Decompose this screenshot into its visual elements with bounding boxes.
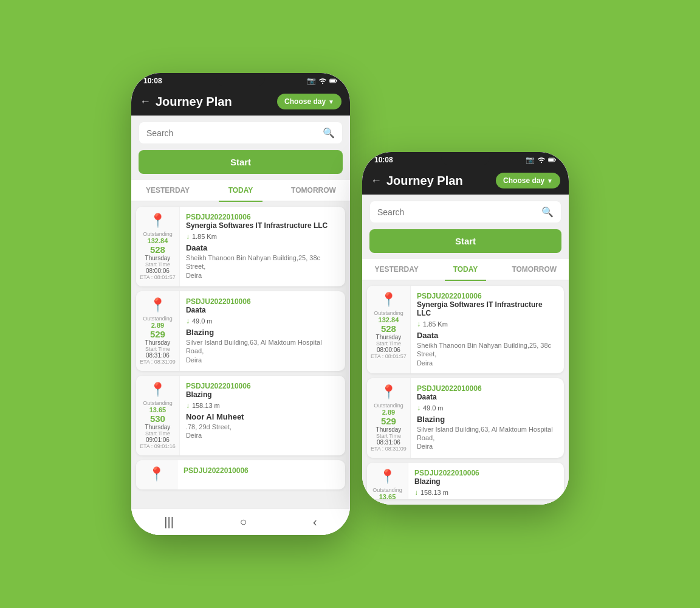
- start-btn-container-small: Start: [362, 229, 569, 259]
- outstanding-value-s2: 2.89: [382, 409, 395, 416]
- card-right-3-large: PSDJU2022010006 Blazing ↓ 158.13 m Noor …: [180, 376, 345, 455]
- tab-today-small[interactable]: TODAY: [431, 259, 499, 280]
- card-company-s3: Blazing: [414, 477, 558, 486]
- distance-row-s1: ↓ 1.85 Km: [417, 320, 558, 328]
- card-left-1-small: 📍 Outstanding 132.84 528 Thursday Start …: [367, 286, 411, 373]
- card-company-2: Daata: [186, 306, 339, 314]
- choose-day-label-large: Choose day: [284, 97, 326, 106]
- card-name-2: Blazing: [186, 328, 339, 337]
- journey-card-3-large[interactable]: 📍 Outstanding 13.65 530 Thursday Start T…: [136, 376, 345, 455]
- outstanding-value-s3: 13.65: [379, 493, 396, 499]
- journey-card-4-large[interactable]: 📍 PSDJU2022010006: [136, 460, 345, 489]
- distance-text-2: 49.0 m: [192, 317, 213, 325]
- page-title-large: Journey Plan: [156, 95, 232, 109]
- nav-bar-large: ← Journey Plan Choose day ▼: [131, 88, 350, 116]
- back-button-small[interactable]: ←: [371, 174, 382, 187]
- tab-tomorrow-large[interactable]: TOMORROW: [277, 180, 350, 201]
- svg-rect-2: [330, 80, 335, 83]
- battery-icon-small: [548, 156, 557, 164]
- svg-rect-4: [555, 159, 556, 161]
- location-pin-icon-s3: 📍: [379, 469, 396, 485]
- start-time-value-s2: 08:31:06: [377, 439, 400, 446]
- camera-icon-small: 📷: [526, 156, 535, 164]
- back-button-large[interactable]: ←: [140, 95, 151, 108]
- start-time-value-s1: 08:00:06: [377, 347, 400, 353]
- day-label-s1: Thursday: [376, 334, 402, 340]
- distance-row-3: ↓ 158.13 m: [186, 401, 339, 410]
- card-right-4-large: PSDJU2022010006: [177, 460, 345, 489]
- outstanding-value-2: 2.89: [151, 322, 164, 329]
- card-name-s1: Daata: [417, 331, 558, 340]
- search-bar-large: 🔍: [139, 122, 343, 144]
- menu-icon[interactable]: |||: [164, 515, 174, 529]
- outstanding-label-s1: Outstanding: [374, 310, 403, 316]
- tab-tomorrow-small[interactable]: TOMORROW: [500, 259, 569, 280]
- journey-card-2-large[interactable]: 📍 Outstanding 2.89 529 Thursday Start Ti…: [136, 291, 345, 371]
- tab-yesterday-large[interactable]: YESTERDAY: [131, 180, 204, 201]
- location-pin-icon-s2: 📍: [380, 384, 397, 400]
- svg-rect-1: [336, 80, 337, 81]
- card-left-1-large: 📍 Outstanding 132.84 528 Thursday Start …: [136, 207, 180, 286]
- search-bar-small: 🔍: [369, 201, 561, 223]
- tabs-small: YESTERDAY TODAY TOMORROW: [362, 259, 569, 281]
- order-number-3: 530: [150, 413, 165, 424]
- search-icon-small[interactable]: 🔍: [541, 206, 554, 218]
- outstanding-label-1: Outstanding: [143, 231, 173, 237]
- eta-label-2: ETA : 08:31:09: [140, 359, 176, 365]
- bottom-nav-large: ||| ○ ‹: [131, 508, 350, 535]
- status-icons-large: 📷: [307, 77, 338, 85]
- journey-card-3-small[interactable]: 📍 Outstanding 13.65 PSDJU2022010006 Blaz…: [367, 463, 564, 499]
- choose-day-button-small[interactable]: Choose day ▼: [496, 173, 560, 188]
- journey-card-2-small[interactable]: 📍 Outstanding 2.89 529 Thursday Start Ti…: [367, 378, 564, 458]
- search-input-large[interactable]: [146, 128, 323, 138]
- distance-text-s1: 1.85 Km: [423, 320, 448, 328]
- battery-icon: [329, 77, 338, 85]
- status-time-large: 10:08: [143, 77, 162, 85]
- order-number-s1: 528: [381, 323, 396, 334]
- nav-left-large: ← Journey Plan: [140, 95, 232, 109]
- card-company-3: Blazing: [186, 390, 339, 399]
- journey-list-small: 📍 Outstanding 132.84 528 Thursday Start …: [362, 281, 569, 505]
- card-right-2-small: PSDJU2022010006 Daata ↓ 49.0 m Blazing S…: [411, 378, 564, 458]
- journey-card-1-small[interactable]: 📍 Outstanding 132.84 528 Thursday Start …: [367, 286, 564, 373]
- start-button-large[interactable]: Start: [139, 150, 343, 174]
- distance-text-1: 1.85 Km: [192, 233, 217, 240]
- card-id-2: PSDJU2022010006: [186, 297, 339, 306]
- card-address-2: Silver Island Building,63, Al Maktoum Ho…: [186, 338, 339, 364]
- distance-arrow-icon-2: ↓: [186, 317, 190, 325]
- tab-yesterday-small[interactable]: YESTERDAY: [362, 259, 431, 280]
- phone-small: 10:08 📷 ← Journey Plan Choose day ▼: [362, 152, 569, 505]
- distance-arrow-icon-1: ↓: [186, 232, 190, 241]
- day-label-1: Thursday: [145, 255, 171, 261]
- search-input-small[interactable]: [377, 207, 541, 217]
- outstanding-value-3: 13.65: [149, 406, 166, 413]
- location-pin-icon-2: 📍: [149, 297, 166, 313]
- distance-arrow-icon-s2: ↓: [417, 404, 420, 412]
- card-left-4-large: 📍: [136, 460, 177, 489]
- journey-card-1-large[interactable]: 📍 Outstanding 132.84 528 Thursday Start …: [136, 207, 345, 286]
- phone-screen-large: 10:08 📷 ← Journey Plan Choose day ▼: [131, 73, 350, 535]
- distance-row-1: ↓ 1.85 Km: [186, 232, 339, 241]
- choose-day-button-large[interactable]: Choose day ▼: [277, 94, 341, 109]
- search-icon-large[interactable]: 🔍: [323, 127, 335, 139]
- back-nav-icon[interactable]: ‹: [313, 515, 317, 529]
- card-address-1: Sheikh Thanoon Bin Nahyan Building,25, 3…: [186, 254, 339, 280]
- start-time-value-1: 08:00:06: [146, 268, 170, 274]
- eta-label-1: ETA : 08:01:57: [140, 274, 176, 280]
- card-left-3-small: 📍 Outstanding 13.65: [367, 463, 408, 499]
- card-company-s1: Synergia Softwares IT Infrastructure LLC: [417, 300, 558, 317]
- tab-today-large[interactable]: TODAY: [204, 180, 277, 201]
- distance-arrow-icon-s3: ↓: [414, 488, 418, 497]
- start-button-small[interactable]: Start: [369, 229, 561, 253]
- card-left-3-large: 📍 Outstanding 13.65 530 Thursday Start T…: [136, 376, 180, 455]
- distance-text-3: 158.13 m: [192, 402, 220, 409]
- start-time-label-1: Start Time: [145, 261, 170, 268]
- outstanding-value-s1: 132.84: [379, 316, 399, 323]
- eta-label-s1: ETA : 08:01:57: [371, 353, 407, 359]
- home-icon[interactable]: ○: [239, 515, 247, 529]
- card-address-3: .78, 29d Street,Deira: [186, 423, 339, 440]
- distance-row-s3: ↓ 158.13 m: [414, 488, 558, 497]
- distance-text-s3: 158.13 m: [420, 489, 448, 496]
- card-name-3: Noor Al Muheet: [186, 412, 339, 421]
- journey-list-large: 📍 Outstanding 132.84 528 Thursday Start …: [131, 202, 350, 508]
